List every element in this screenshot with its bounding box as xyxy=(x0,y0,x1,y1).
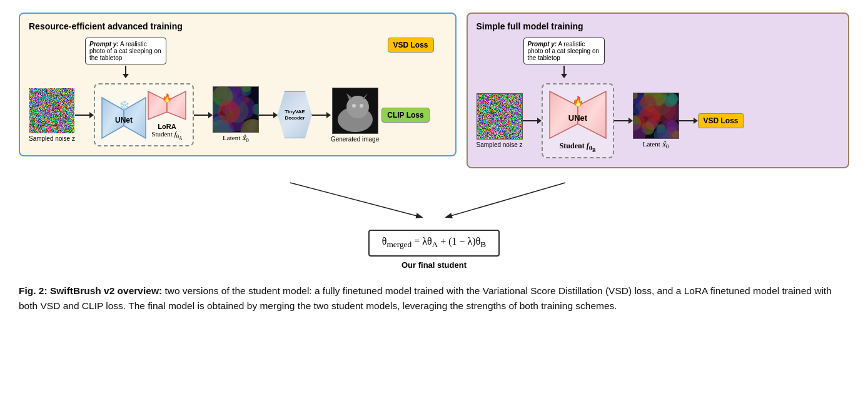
left-noise-col: Sampled noise z xyxy=(29,88,75,142)
caption-bold: Fig. 2: SwiftBrush v2 overview: xyxy=(19,285,162,296)
right-latent-label: Latent x̂0 xyxy=(643,140,669,150)
lora-label: LoRA xyxy=(158,123,176,130)
latent-to-tinyvae-arrow xyxy=(259,111,278,119)
tinyvae-to-generated-arrow xyxy=(312,111,331,119)
svg-text:UNet: UNet xyxy=(115,116,133,125)
latent-to-vsd-arrow-right xyxy=(679,117,698,125)
noise-to-unet-arrow-left xyxy=(75,111,94,119)
left-panel: Resource-efficient advanced training Pro… xyxy=(19,13,457,156)
tinyvae-shape: TinyVAEDecoder xyxy=(278,91,312,138)
left-lora-svg: 🔥 xyxy=(145,88,189,123)
caption: Fig. 2: SwiftBrush v2 overview: two vers… xyxy=(19,283,849,314)
diagrams-row: Resource-efficient advanced training Pro… xyxy=(19,13,849,168)
right-latent-canvas xyxy=(633,93,679,139)
left-unet-col: ❄️ UNet xyxy=(99,94,149,141)
right-dashed-unet: 🔥 UNet Student fθB xyxy=(542,83,614,158)
prompt-down-arrow xyxy=(122,66,129,78)
svg-text:UNet: UNet xyxy=(568,113,587,123)
student-label-b: Student fθB xyxy=(560,141,596,153)
left-panel-title: Resource-efficient advanced training xyxy=(29,21,447,31)
right-panel: Simple full model training Prompt y: A r… xyxy=(467,13,849,168)
svg-text:🔥: 🔥 xyxy=(162,93,173,103)
right-vsd-col: VSD Loss xyxy=(698,113,744,128)
formula-box: θmerged = λθA + (1 − λ)θB xyxy=(368,230,500,256)
right-unet-svg: 🔥 UNet xyxy=(547,88,609,141)
unet-to-latent-arrow-right xyxy=(614,117,633,125)
final-student-label: Our final student xyxy=(401,260,467,270)
left-noise-canvas xyxy=(29,88,74,133)
left-latent-label: Latent x̂0 xyxy=(223,134,249,143)
right-noise-label: Sampled noise z xyxy=(477,141,523,148)
vsd-loss-box-left: VSD Loss xyxy=(388,38,434,53)
generated-image-canvas xyxy=(332,88,378,134)
left-latent-canvas xyxy=(213,86,259,133)
left-content: Prompt y: A realistic photo of a cat sle… xyxy=(29,38,447,146)
left-noise-label: Sampled noise z xyxy=(29,135,75,142)
main-container: Resource-efficient advanced training Pro… xyxy=(19,13,849,314)
right-latent-col: Latent x̂0 xyxy=(633,93,679,150)
student-label-a: Student fθA xyxy=(151,130,182,141)
left-generated-col: Generated image xyxy=(331,88,379,143)
right-content: Prompt y: A realistic photo of a cat sle… xyxy=(477,38,839,158)
noise-to-unet-arrow-right xyxy=(523,117,542,125)
right-prompt-down-arrow xyxy=(560,66,568,78)
svg-text:🔥: 🔥 xyxy=(572,96,583,107)
right-panel-title: Simple full model training xyxy=(477,21,839,31)
left-lora-col: 🔥 LoRA Student fθA xyxy=(145,88,189,141)
svg-text:❄️: ❄️ xyxy=(118,100,129,111)
svg-line-12 xyxy=(447,183,565,217)
merge-arrows-svg xyxy=(153,180,715,230)
clip-loss-box: CLIP Loss xyxy=(381,108,429,123)
unet-to-latent-arrow-left xyxy=(194,111,213,119)
left-unet-svg: ❄️ UNet xyxy=(99,94,149,141)
left-prompt-box: Prompt y: A realistic photo of a cat sle… xyxy=(85,38,166,64)
right-noise-col: Sampled noise z xyxy=(477,93,523,148)
vsd-loss-box-right: VSD Loss xyxy=(698,113,744,128)
svg-line-11 xyxy=(290,183,421,217)
right-unet-col: 🔥 UNet Student fθB xyxy=(547,88,609,153)
generated-label: Generated image xyxy=(331,136,379,143)
right-prompt-box: Prompt y: A realistic photo of a cat sle… xyxy=(523,38,605,64)
merge-section: θmerged = λθA + (1 − λ)θB Our final stud… xyxy=(19,180,849,269)
left-dashed-unet: ❄️ UNet xyxy=(94,83,194,146)
right-noise-canvas xyxy=(477,93,523,140)
tinyvae-col: TinyVAEDecoder xyxy=(278,91,312,138)
left-latent-col: Latent x̂0 xyxy=(213,86,259,143)
